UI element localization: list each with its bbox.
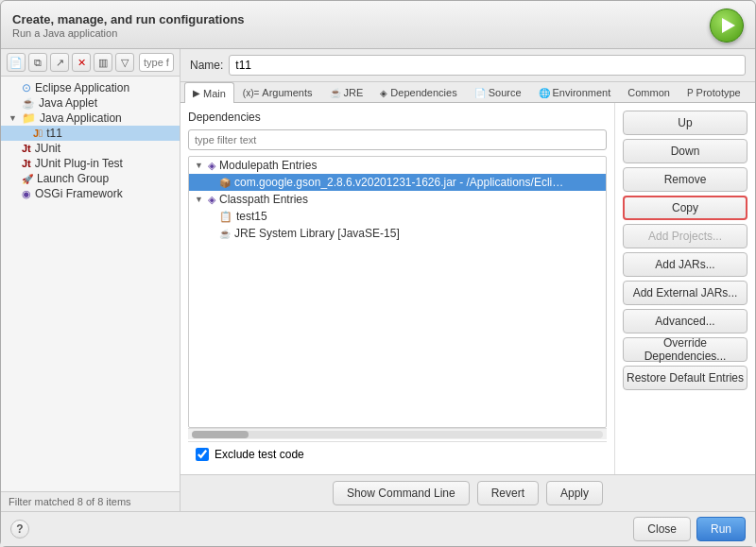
tab-proto-label: Prototype <box>696 87 741 98</box>
osgi-icon: ◉ <box>22 188 31 200</box>
exclude-test-label: Exclude test code <box>215 448 304 461</box>
sidebar-item-label: JUnit <box>35 142 60 155</box>
copy-button[interactable]: Copy <box>623 196 747 220</box>
scrollbar-thumb[interactable] <box>192 431 249 438</box>
folder-icon: 📁 <box>22 111 36 125</box>
add-jars-button[interactable]: Add JARs... <box>623 252 747 277</box>
help-button[interactable]: ? <box>10 520 29 538</box>
dep-jre-lib[interactable]: ☕ JRE System Library [JavaSE-15] <box>189 225 606 242</box>
sidebar-item-applet[interactable]: ☕ Java Applet <box>1 95 180 111</box>
sidebar-item-label: Launch Group <box>37 172 109 185</box>
proto-tab-icon: P <box>687 88 694 98</box>
title-text: Create, manage, and run configurations R… <box>12 12 245 39</box>
dep-tab-icon: ◈ <box>380 88 387 98</box>
dep-tree-label: JRE System Library [JavaSE-15] <box>234 227 400 240</box>
sidebar-item-junit-plugin[interactable]: Jt JUnit Plug-in Test <box>1 156 180 171</box>
duplicate-button[interactable]: ⧉ <box>28 53 47 72</box>
sidebar-filter-input[interactable] <box>139 53 174 72</box>
java-icon: ☕ <box>22 97 35 110</box>
tab-env-label: Environment <box>553 87 611 98</box>
args-tab-icon: (x)= <box>243 88 260 98</box>
right-panel: Name: ▶ Main (x)= Arguments ☕ JRE ◈ <box>180 49 755 511</box>
revert-button[interactable]: Revert <box>477 481 539 505</box>
name-label: Name: <box>190 59 223 72</box>
add-external-jars-button[interactable]: Add External JARs... <box>623 281 747 305</box>
restore-default-button[interactable]: Restore Default Entries <box>623 366 747 390</box>
tab-jre[interactable]: ☕ JRE <box>321 82 372 102</box>
delete-button[interactable]: ✕ <box>72 53 91 72</box>
sidebar-item-java-app[interactable]: ▼ 📁 Java Application <box>1 111 180 126</box>
sidebar-item-t11[interactable]: J⃣ t11 <box>1 126 180 141</box>
env-tab-icon: 🌐 <box>539 88 550 98</box>
main-content: Dependencies ▼ ◈ Modulepath Entries 📦 co… <box>180 103 755 474</box>
dep-filter-input[interactable] <box>188 129 607 150</box>
sidebar-item-eclipse[interactable]: ⊙ Eclipse Application <box>1 80 180 95</box>
tab-dep-label: Dependencies <box>390 87 456 98</box>
tab-args-label: Arguments <box>262 87 312 98</box>
j-icon: J⃣ <box>33 128 43 139</box>
filter-status: Filter matched 8 of 8 items <box>1 491 180 511</box>
tab-environment[interactable]: 🌐 Environment <box>530 82 620 102</box>
dep-tree-label: Classpath Entries <box>219 193 308 206</box>
junit-icon: Jt <box>22 143 31 154</box>
sidebar-item-junit[interactable]: Jt JUnit <box>1 141 180 156</box>
close-button[interactable]: Close <box>633 517 691 541</box>
sidebar-item-label: Java Applet <box>39 96 97 110</box>
collapse-button[interactable]: ▥ <box>94 53 112 72</box>
expand-icon: ▼ <box>195 161 204 170</box>
show-command-line-button[interactable]: Show Command Line <box>333 481 470 505</box>
right-buttons-panel: Up Down Remove Copy Add Projects... Add … <box>615 103 755 474</box>
dep-test15[interactable]: 📋 test15 <box>189 208 606 225</box>
sidebar-item-launch[interactable]: 🚀 Launch Group <box>1 171 180 186</box>
exclude-test-row: Exclude test code <box>188 441 607 467</box>
tabs-bar: ▶ Main (x)= Arguments ☕ JRE ◈ Dependenci… <box>180 82 755 103</box>
name-input[interactable] <box>229 55 746 76</box>
run-triangle-icon <box>722 18 735 33</box>
exclude-test-checkbox[interactable] <box>196 448 209 461</box>
sidebar-item-label: Eclipse Application <box>35 81 129 94</box>
tab-common[interactable]: Common <box>619 82 679 102</box>
expand-icon: ▼ <box>195 195 204 204</box>
down-button[interactable]: Down <box>623 139 747 163</box>
run-button[interactable]: Run <box>696 517 746 541</box>
dep-modulepath-group[interactable]: ▼ ◈ Modulepath Entries <box>189 157 606 174</box>
tab-jre-label: JRE <box>344 87 364 98</box>
dep-section-label: Dependencies <box>188 111 607 124</box>
horizontal-scrollbar[interactable] <box>188 428 607 439</box>
dep-panel: Dependencies ▼ ◈ Modulepath Entries 📦 co… <box>180 103 615 474</box>
tab-arguments[interactable]: (x)= Arguments <box>234 82 321 102</box>
apply-button[interactable]: Apply <box>546 481 603 505</box>
sidebar-tree: ⊙ Eclipse Application ☕ Java Applet ▼ 📁 … <box>1 77 180 491</box>
dep-tree-label: test15 <box>236 210 267 223</box>
sidebar-item-osgi[interactable]: ◉ OSGi Framework <box>1 186 180 201</box>
run-title-button[interactable] <box>710 9 744 43</box>
sidebar-toolbar: 📄 ⧉ ↗ ✕ ▥ ▽ <box>1 49 180 77</box>
export-button[interactable]: ↗ <box>50 53 69 72</box>
tab-prototype[interactable]: P Prototype <box>679 82 749 102</box>
tab-main-label: Main <box>203 88 226 99</box>
new-config-button[interactable]: 📄 <box>7 53 26 72</box>
jar-icon: 📦 <box>219 178 231 188</box>
tab-source[interactable]: 📄 Source <box>466 82 530 102</box>
launch-icon: 🚀 <box>22 174 33 184</box>
tab-main[interactable]: ▶ Main <box>184 82 234 103</box>
window-subtitle: Run a Java application <box>12 27 245 39</box>
up-button[interactable]: Up <box>623 111 747 135</box>
footer-bar: ? Close Run <box>1 511 755 546</box>
sidebar: 📄 ⧉ ↗ ✕ ▥ ▽ ⊙ Eclipse Application <box>1 49 180 511</box>
classpath-icon: ◈ <box>208 194 215 206</box>
eclipse-icon: ⊙ <box>22 81 31 94</box>
dep-classpath-group[interactable]: ▼ ◈ Classpath Entries <box>189 191 606 208</box>
content-area: 📄 ⧉ ↗ ✕ ▥ ▽ ⊙ Eclipse Application <box>1 49 755 511</box>
src-tab-icon: 📄 <box>474 88 486 98</box>
override-deps-button[interactable]: Override Dependencies... <box>623 337 747 362</box>
tab-dependencies[interactable]: ◈ Dependencies <box>371 82 465 102</box>
project-icon: 📋 <box>219 211 232 223</box>
remove-button[interactable]: Remove <box>623 167 747 192</box>
add-projects-button[interactable]: Add Projects... <box>623 224 747 248</box>
filter-button[interactable]: ▽ <box>115 53 134 72</box>
advanced-button[interactable]: Advanced... <box>623 309 747 333</box>
dep-gson-jar[interactable]: 📦 com.google.gson_2.8.6.v20201231-1626.j… <box>189 174 606 191</box>
tab-common-label: Common <box>627 87 670 98</box>
tab-src-label: Source <box>489 87 522 98</box>
